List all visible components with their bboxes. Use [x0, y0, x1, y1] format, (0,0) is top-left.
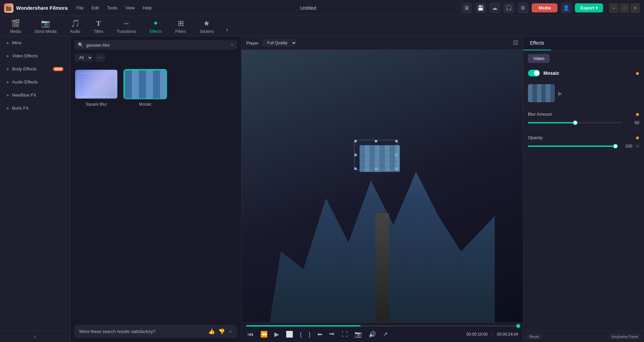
settings-icon[interactable]: ⚙: [518, 3, 528, 13]
mosaic-toggle[interactable]: [528, 70, 540, 76]
audio-effects-arrow: ▶: [7, 80, 9, 84]
keyframe-diamond-icon[interactable]: ◆: [636, 70, 639, 76]
settings2-button[interactable]: ↗: [381, 329, 389, 339]
new-badge: NEW: [53, 67, 63, 71]
keyframe-panel-button[interactable]: Keyframe Panel: [608, 333, 641, 340]
tab-effects[interactable]: Effects: [523, 36, 551, 50]
fullscreen-button[interactable]: ⛶: [340, 330, 349, 339]
menu-edit[interactable]: Edit: [88, 4, 102, 12]
effect-card-square-blur[interactable]: Square Blur: [74, 69, 118, 107]
snapshot-button[interactable]: 📷: [353, 329, 363, 339]
opacity-slider-row: 100 %: [528, 144, 639, 149]
tool-stickers[interactable]: ★ Stickers: [196, 17, 217, 36]
quality-select[interactable]: Full Quality: [263, 39, 297, 47]
toolbar-more[interactable]: ›: [224, 26, 230, 33]
blur-amount-section: Blur Amount ◆ 50: [523, 107, 644, 130]
sidebar-item-body-effects[interactable]: ▶ Body Effects NEW: [1, 63, 69, 75]
headphone-icon[interactable]: 🎧: [503, 3, 514, 13]
monitor-icon[interactable]: 🖥: [461, 3, 472, 13]
video-effects-arrow: ▶: [7, 54, 9, 58]
progress-bar[interactable]: [246, 325, 518, 327]
effect-card-mosaic[interactable]: Mosaic: [123, 69, 167, 107]
tool-stock-media[interactable]: 📷 Stock Media: [31, 17, 60, 36]
effect-preview-thumb: [528, 84, 555, 102]
export-button[interactable]: Export ▾: [575, 3, 603, 12]
handle-bottom-right[interactable]: [395, 167, 398, 170]
save-icon[interactable]: 💾: [475, 3, 486, 13]
menu-view[interactable]: View: [122, 4, 138, 12]
cloud-icon[interactable]: ☁: [489, 3, 500, 13]
effect-name-label: Mosaic: [543, 70, 632, 76]
tool-effects[interactable]: ✦ Effects: [146, 17, 165, 36]
tool-media[interactable]: 🎬 Media: [7, 17, 24, 36]
total-time: 00:00:24:04: [497, 332, 518, 337]
blur-slider-track[interactable]: [528, 122, 623, 123]
menu-help[interactable]: Help: [140, 4, 155, 12]
opacity-slider-thumb[interactable]: [613, 144, 618, 149]
video-preview-panel: Player Full Quality 🖼: [241, 36, 523, 342]
search-clear-button[interactable]: ✕: [230, 43, 234, 47]
opacity-unit: %: [636, 144, 639, 149]
thumbs-down-icon[interactable]: 👎: [218, 328, 225, 335]
sidebar-item-audio-effects[interactable]: ▶ Audio Effects: [1, 76, 69, 88]
volume-button[interactable]: 🔊: [367, 329, 377, 339]
close-button[interactable]: ✕: [631, 3, 640, 13]
progress-thumb[interactable]: [516, 324, 520, 328]
sidebar-item-newblue-fx[interactable]: ▶ NewBlue FX: [1, 89, 69, 101]
tool-titles[interactable]: T Titles: [90, 17, 106, 36]
arrow-left-button[interactable]: ⬅: [316, 329, 324, 339]
handle-bottom-left[interactable]: [354, 167, 357, 170]
reset-button[interactable]: Reset: [526, 333, 542, 340]
more-options-button[interactable]: ⋯: [95, 54, 105, 62]
opacity-slider-track[interactable]: [528, 146, 615, 147]
handle-mid-right[interactable]: [395, 154, 398, 156]
purchase-button[interactable]: Media: [532, 3, 557, 12]
effects-grid: Square Blur Mosaic: [70, 65, 241, 111]
filter-select[interactable]: All: [74, 54, 93, 62]
opacity-keyframe-icon[interactable]: ◆: [636, 135, 639, 140]
search-bar: 🔍 ✕: [74, 40, 237, 50]
crop-button[interactable]: ⬜: [284, 329, 294, 339]
sidebar-collapse-button[interactable]: ‹: [0, 331, 70, 342]
tool-transitions[interactable]: ↔ Transitions: [113, 17, 140, 36]
handle-top-right[interactable]: [395, 140, 398, 142]
handle-mid-left[interactable]: [354, 154, 357, 156]
progress-row: [246, 325, 518, 327]
tool-audio[interactable]: 🎵 Audio: [67, 17, 84, 36]
mark-out-button[interactable]: }: [307, 330, 312, 339]
arrow-right-button[interactable]: ⮕: [328, 330, 336, 339]
menu-tools[interactable]: Tools: [104, 4, 120, 12]
search-input[interactable]: [86, 43, 228, 48]
handle-top-mid[interactable]: [375, 140, 377, 142]
thumb-next-arrow[interactable]: ▶: [558, 90, 562, 97]
step-back-button[interactable]: ⏪: [259, 329, 269, 339]
sidebar-item-video-effects[interactable]: ▶ Video Effects: [1, 50, 69, 62]
menu-file[interactable]: File: [73, 4, 87, 12]
avatar-icon[interactable]: 👤: [561, 3, 572, 13]
blur-keyframe-icon[interactable]: ◆: [636, 111, 639, 117]
preview-settings-icon[interactable]: 🖼: [513, 40, 518, 46]
sidebar-audio-effects-label: Audio Effects: [12, 79, 63, 84]
thumbs-up-icon[interactable]: 👍: [208, 328, 215, 335]
play-button[interactable]: ▶: [273, 329, 280, 339]
preview-header: Player Full Quality 🖼: [241, 36, 523, 50]
subtab-video[interactable]: Video: [528, 54, 550, 63]
square-blur-thumbnail: [74, 69, 118, 99]
handle-top-left[interactable]: [354, 140, 357, 142]
sidebar-item-mine[interactable]: ▶ Mine: [1, 37, 69, 49]
sidebar-mine-label: Mine: [12, 40, 63, 45]
mark-in-button[interactable]: {: [299, 330, 303, 339]
maximize-button[interactable]: □: [620, 3, 629, 13]
blur-slider-thumb[interactable]: [573, 120, 578, 125]
current-time: 00:00:10:00: [467, 332, 488, 337]
minimize-button[interactable]: ─: [609, 3, 619, 13]
tool-filters[interactable]: ⊞ Filters: [172, 17, 190, 36]
blur-amount-label: Blur Amount: [528, 112, 552, 117]
selection-handles: [354, 140, 398, 170]
app-name: Wondershare Filmora: [16, 5, 68, 11]
close-feedback-button[interactable]: ✕: [228, 329, 232, 334]
handle-bottom-mid[interactable]: [375, 167, 377, 170]
skip-back-button[interactable]: ⏮: [246, 330, 255, 339]
body-effects-arrow: ▶: [7, 67, 9, 71]
sidebar-item-boris-fx[interactable]: ▶ Boris FX: [1, 102, 69, 114]
